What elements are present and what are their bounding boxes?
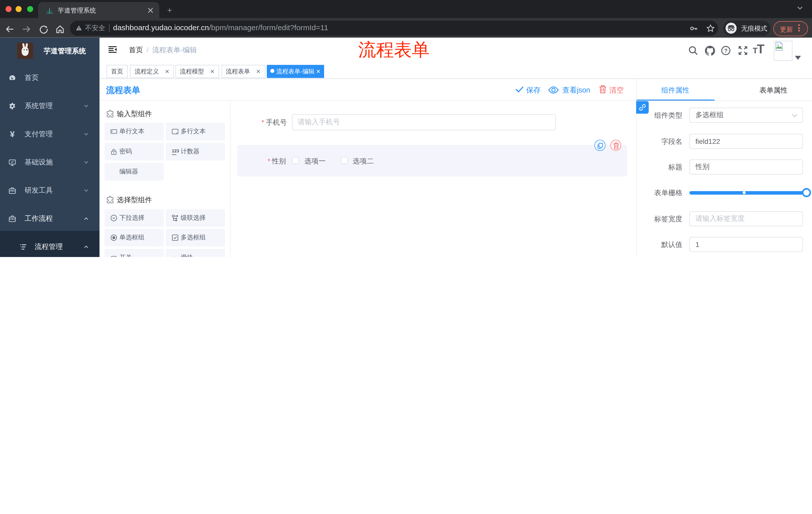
svg-text:?: ? <box>724 48 727 54</box>
